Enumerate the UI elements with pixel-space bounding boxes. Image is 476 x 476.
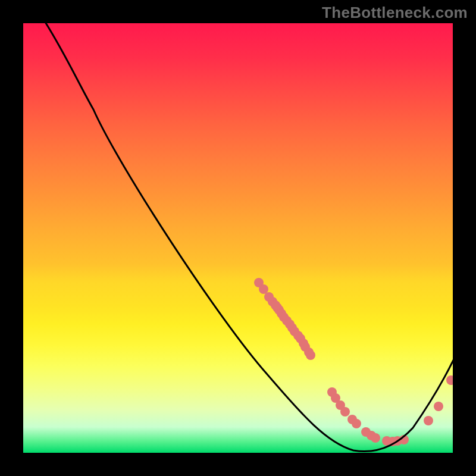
bottleneck-curve: [44, 23, 453, 452]
data-point-dot: [259, 284, 268, 294]
chart-svg: [23, 23, 453, 453]
data-point-dot: [271, 300, 280, 310]
data-point-dot: [371, 433, 380, 443]
data-point-dot: [340, 407, 350, 416]
chart-plot-area: [23, 23, 453, 453]
chart-dots-group: [254, 278, 453, 446]
watermark-text: TheBottleneck.com: [322, 4, 468, 22]
data-point-dot: [306, 350, 315, 360]
data-point-dot-small: [436, 403, 441, 409]
data-point-dot-small: [425, 418, 431, 424]
data-point-dot: [352, 419, 361, 428]
